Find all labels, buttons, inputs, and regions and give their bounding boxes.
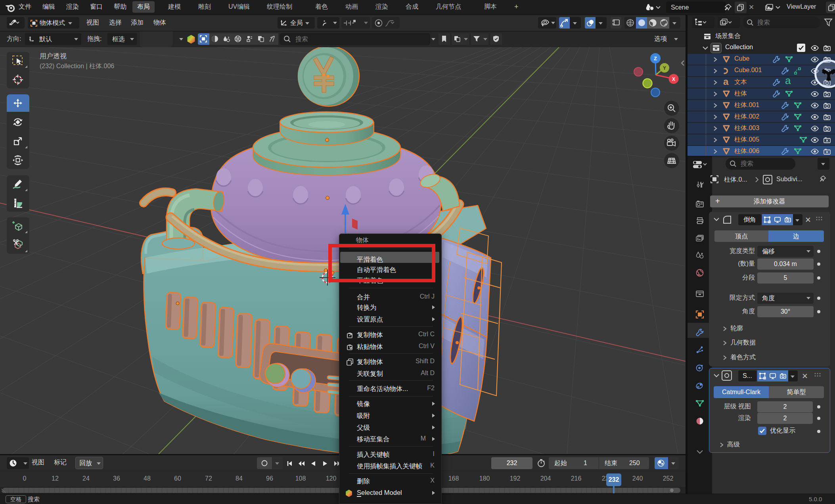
svg-text:Z: Z xyxy=(654,56,657,61)
svg-text:X: X xyxy=(672,77,675,82)
svg-text:Y: Y xyxy=(663,65,666,71)
